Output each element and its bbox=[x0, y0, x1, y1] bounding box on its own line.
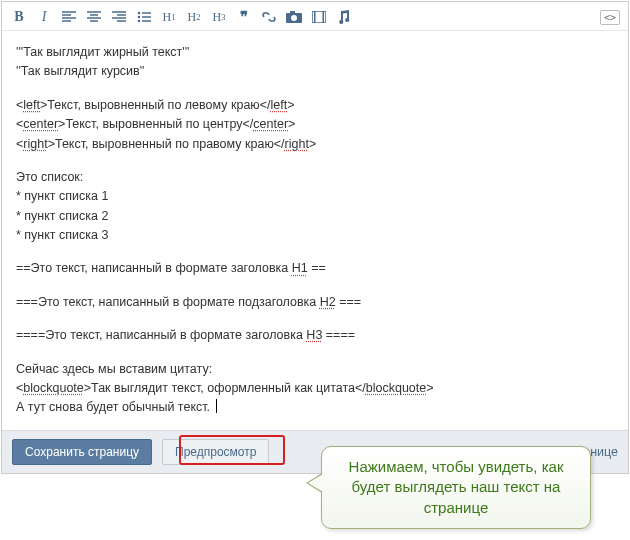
bold-button[interactable]: B bbox=[10, 8, 28, 26]
h3-button[interactable]: H3 bbox=[210, 8, 228, 26]
h3-sample-line: ====Это текст, написанный в формате заго… bbox=[16, 326, 614, 345]
svg-point-19 bbox=[291, 15, 297, 21]
list-item: * пункт списка 2 bbox=[16, 207, 614, 226]
list-item: * пункт списка 1 bbox=[16, 187, 614, 206]
blockquote-line: <blockquote>Так выглядит текст, оформлен… bbox=[16, 379, 614, 398]
align-center-line: <center>Текст, выровненный по центру</ce… bbox=[16, 115, 614, 134]
align-left-line: <left>Текст, выровненный по левому краю<… bbox=[16, 96, 614, 115]
list-item: * пункт списка 3 bbox=[16, 226, 614, 245]
h2-sample-line: ===Это текст, написанный в формате подза… bbox=[16, 293, 614, 312]
svg-point-14 bbox=[138, 20, 141, 23]
svg-rect-23 bbox=[323, 11, 325, 23]
music-icon[interactable] bbox=[335, 8, 353, 26]
svg-rect-20 bbox=[290, 11, 295, 14]
h2-button[interactable]: H2 bbox=[185, 8, 203, 26]
svg-point-12 bbox=[138, 12, 141, 15]
list-intro: Это список: bbox=[16, 168, 614, 187]
quote-button[interactable]: ❞ bbox=[235, 8, 253, 26]
text-cursor bbox=[216, 399, 217, 413]
align-right-line: <right>Текст, выровненный по правому кра… bbox=[16, 135, 614, 154]
svg-rect-22 bbox=[314, 11, 316, 23]
plain-after-line: А тут снова будет обычный текст. bbox=[16, 398, 614, 417]
italic-button[interactable]: I bbox=[35, 8, 53, 26]
align-center-button[interactable] bbox=[85, 8, 103, 26]
source-toggle-button[interactable]: <> bbox=[600, 10, 620, 25]
editor-toolbar: B I H1 H2 H3 ❞ <> bbox=[2, 2, 628, 31]
editor-area[interactable]: '''Так выглядит жирный текст''' ''Так вы… bbox=[2, 31, 628, 430]
align-left-button[interactable] bbox=[60, 8, 78, 26]
bold-sample-line: '''Так выглядит жирный текст''' bbox=[16, 43, 614, 62]
align-right-button[interactable] bbox=[110, 8, 128, 26]
svg-point-13 bbox=[138, 16, 141, 19]
h1-sample-line: ==Это текст, написанный в формате заголо… bbox=[16, 259, 614, 278]
save-button[interactable]: Сохранить страницу bbox=[12, 439, 152, 465]
preview-button[interactable]: Предпросмотр bbox=[162, 439, 269, 465]
list-button[interactable] bbox=[135, 8, 153, 26]
link-button[interactable] bbox=[260, 8, 278, 26]
h1-button[interactable]: H1 bbox=[160, 8, 178, 26]
italic-sample-line: ''Так выглядит курсив'' bbox=[16, 62, 614, 81]
camera-icon[interactable] bbox=[285, 8, 303, 26]
instruction-callout: Нажимаем, чтобы увидеть, как будет выгля… bbox=[321, 446, 591, 475]
video-icon[interactable] bbox=[310, 8, 328, 26]
quote-intro: Сейчас здесь мы вставим цитату: bbox=[16, 360, 614, 379]
